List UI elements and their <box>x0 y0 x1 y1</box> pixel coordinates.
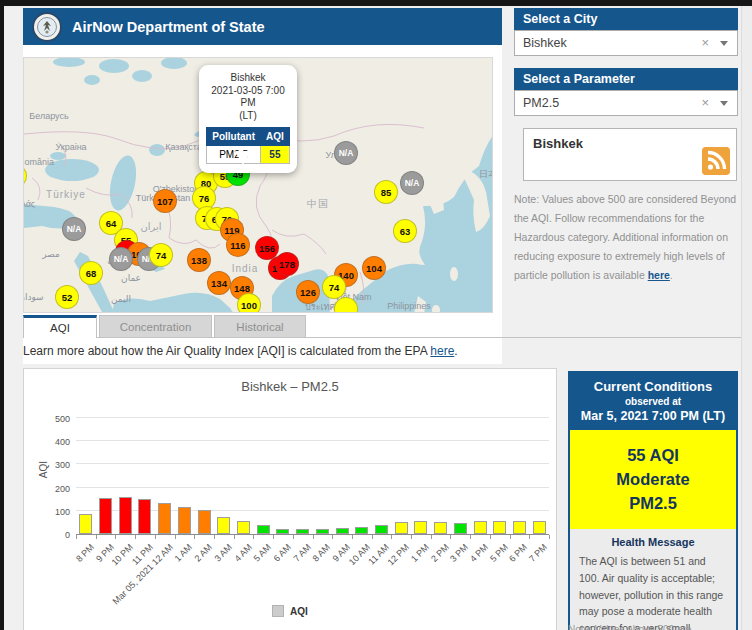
chart-x-tick <box>155 535 156 539</box>
chart-x-tick <box>253 535 254 539</box>
popup-pollutant-value: PM2.5 <box>207 146 261 164</box>
chart-bar[interactable] <box>276 529 289 534</box>
window-top-edge <box>0 0 752 6</box>
popup-col-pollutant: Pollutant <box>207 128 261 146</box>
aqi-map-marker[interactable]: 178 <box>275 252 299 276</box>
chart-bar[interactable] <box>316 529 329 534</box>
sidebar-note: Note: Values above 500 are considered Be… <box>514 190 742 285</box>
aqi-map-marker[interactable]: 126 <box>296 280 320 304</box>
chart-x-tick-label: 4 AM <box>232 542 254 564</box>
chart-bar[interactable] <box>257 525 270 534</box>
aqi-map-marker[interactable]: 68 <box>79 261 103 285</box>
chart-bar[interactable] <box>217 517 230 534</box>
aqi-map-marker[interactable]: 74 <box>322 275 346 299</box>
chart-x-tick-label: 10 AM <box>347 542 372 567</box>
chart-x-tick-label: 5 PM <box>488 542 510 564</box>
chart-bar[interactable] <box>178 507 191 534</box>
city-caret-icon[interactable] <box>720 41 728 46</box>
chart-x-tick-label: 6 PM <box>508 542 530 564</box>
chart-y-tick-label: 0 <box>36 530 70 540</box>
chart-bar[interactable] <box>79 514 92 534</box>
aqi-map-marker[interactable]: 85 <box>374 180 398 204</box>
chart-bar[interactable] <box>138 499 151 534</box>
chart-gridline <box>76 487 549 488</box>
scrollbar[interactable] <box>741 6 752 630</box>
aqi-map-marker[interactable]: N/A <box>62 217 86 241</box>
view-tabs: AQIConcentrationHistorical <box>23 315 748 338</box>
cc-note-clipped: Note: Values above 500 are considered Be… <box>568 622 740 630</box>
parameter-caret-icon[interactable] <box>720 101 728 106</box>
state-department-seal-icon <box>32 12 62 42</box>
aqi-map-marker[interactable]: 74 <box>149 243 173 267</box>
chart-x-tick-label: 2 PM <box>429 542 451 564</box>
chart-bar[interactable] <box>533 521 546 534</box>
aqi-map-marker[interactable]: N/A <box>334 141 358 165</box>
tab-historical[interactable]: Historical <box>214 315 306 337</box>
aqi-map-marker[interactable]: 104 <box>362 256 386 280</box>
epa-here-link[interactable]: here <box>430 344 454 358</box>
chart-x-tick <box>194 535 195 539</box>
note-here-link[interactable]: here <box>648 269 670 281</box>
chart-bar[interactable] <box>474 521 487 534</box>
aqi-map-marker[interactable]: N/A <box>400 171 424 195</box>
chart-bar[interactable] <box>414 521 427 534</box>
select-parameter-header: Select a Parameter <box>514 68 738 90</box>
city-select[interactable]: Bishkek × <box>514 30 738 56</box>
popup-timezone: (LT) <box>203 110 293 123</box>
chart-bar[interactable] <box>119 497 132 534</box>
aqi-map[interactable]: БеларусьУкраінаRomâniaҚазақстанTürkiyeλλ… <box>23 57 493 313</box>
chart-bar[interactable] <box>493 521 506 534</box>
popup-city: Bishkek <box>203 72 293 85</box>
aqi-map-marker[interactable]: 100 <box>237 293 261 313</box>
chart-y-tick-label: 400 <box>36 437 70 447</box>
learn-more-text: Learn more about how the Air Quality Ind… <box>23 344 458 358</box>
chart-x-tick <box>431 535 432 539</box>
chart-gridline <box>76 417 549 418</box>
chart-bar[interactable] <box>99 498 112 534</box>
chart-x-tick <box>234 535 235 539</box>
chart-y-tick-label: 100 <box>36 507 70 517</box>
aqi-map-marker[interactable]: 138 <box>187 248 211 272</box>
parameter-clear-icon[interactable]: × <box>701 96 709 109</box>
map-country-label: مصر <box>42 249 60 259</box>
chart-bar[interactable] <box>513 521 526 534</box>
chart-bar[interactable] <box>454 523 467 534</box>
chart-bar[interactable] <box>237 521 250 534</box>
chart-x-tick-label: 3 AM <box>212 542 234 564</box>
chart-bar[interactable] <box>355 527 368 534</box>
chart-bar[interactable] <box>296 529 309 534</box>
tab-concentration[interactable]: Concentration <box>99 315 212 337</box>
chart-bar[interactable] <box>336 528 349 534</box>
chart-x-tick-label: 1 AM <box>173 542 195 564</box>
aqi-map-marker[interactable]: 134 <box>207 271 231 295</box>
chart-x-tick <box>332 535 333 539</box>
chart-bar[interactable] <box>434 522 447 534</box>
chart-legend[interactable]: AQI <box>24 605 556 617</box>
city-clear-icon[interactable]: × <box>701 36 709 49</box>
chart-x-tick <box>490 535 491 539</box>
aqi-map-marker[interactable]: N/A <box>109 247 133 271</box>
map-country-label: سودان <box>23 292 44 302</box>
aqi-map-marker[interactable]: 107 <box>153 189 177 213</box>
chart-bar[interactable] <box>375 525 388 534</box>
aqi-map-marker[interactable]: 52 <box>55 285 79 309</box>
learn-more-before: Learn more about how the Air Quality Ind… <box>23 344 430 358</box>
parameter-select[interactable]: PM2.5 × <box>514 90 738 116</box>
chart-x-tick <box>96 535 97 539</box>
chart-bar[interactable] <box>198 510 211 534</box>
chart-y-tick-label: 200 <box>36 484 70 494</box>
aqi-map-marker[interactable]: 63 <box>393 219 417 243</box>
map-country-label: Украіна <box>55 142 86 152</box>
aqi-map-marker[interactable]: 116 <box>226 233 250 257</box>
rss-icon[interactable] <box>702 147 730 175</box>
chart-title: Bishkek – PM2.5 <box>24 379 556 394</box>
chart-x-tick <box>549 535 550 539</box>
popup-tail <box>235 151 251 165</box>
tab-aqi[interactable]: AQI <box>23 315 97 338</box>
chart-bar[interactable] <box>395 522 408 534</box>
popup-aqi-value: 55 <box>261 146 290 164</box>
chart-x-tick <box>450 535 451 539</box>
chart-bar[interactable] <box>158 503 171 534</box>
map-country-label: Türkiye <box>46 189 86 200</box>
chart-x-tick-label: 1 PM <box>409 542 431 564</box>
